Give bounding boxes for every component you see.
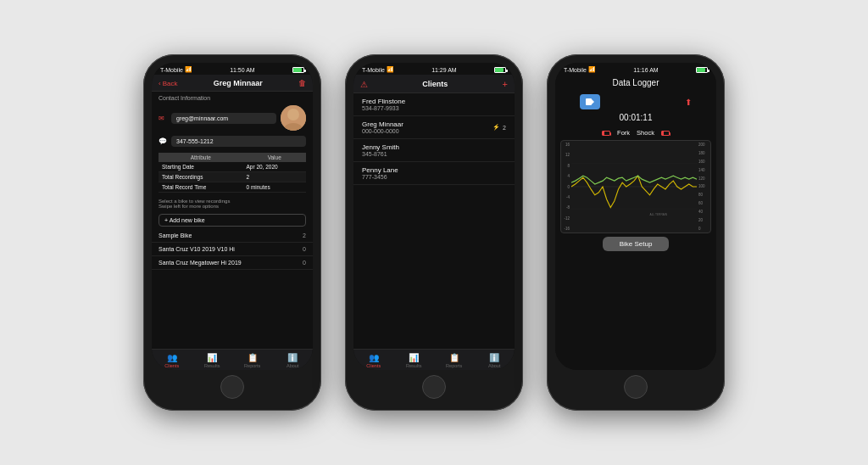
- y-label: 80: [698, 193, 703, 197]
- client-list-item[interactable]: Greg Minnaar 000-000-0000 ⚡ 2: [353, 116, 515, 139]
- fork-shock-row: Fork Shock: [555, 127, 716, 138]
- client-info: Greg Minnaar 000-000-0000: [362, 120, 403, 134]
- tab-about-2[interactable]: ℹ️ About: [475, 353, 515, 368]
- table-row: Total Recordings 2: [159, 172, 306, 182]
- scene: T-Mobile 📶 11:50 AM ‹ Back Greg Minnaar …: [126, 37, 742, 428]
- y-label: 200: [698, 143, 705, 147]
- reports-icon: 📋: [248, 353, 258, 362]
- y-label: 60: [698, 201, 703, 205]
- avatar: [281, 105, 306, 131]
- y-label: -16: [564, 227, 570, 231]
- attr-label: Starting Date: [159, 162, 242, 172]
- carrier-3: T-Mobile: [564, 67, 587, 73]
- chat-icon: 💬: [159, 137, 167, 145]
- results-icon-2: 📊: [409, 353, 419, 362]
- results-icon: 📊: [207, 353, 217, 362]
- alert-icon[interactable]: ⚠: [360, 80, 368, 89]
- table-row: Starting Date Apr 20, 2020: [159, 162, 306, 172]
- attributes-table: Attribute Value Starting Date Apr 20, 20…: [159, 153, 306, 193]
- y-label: 40: [698, 210, 703, 214]
- status-bar-1: T-Mobile 📶 11:50 AM: [152, 63, 313, 75]
- upload-icon[interactable]: ⬆: [685, 98, 692, 107]
- tab-reports-1[interactable]: 📋 Reports: [232, 353, 273, 368]
- battery-icon-2: [494, 67, 506, 73]
- y-label: 160: [698, 160, 705, 164]
- chart-area: ALL TERRAIN: [571, 141, 697, 232]
- y-axis-left: 16 12 8 4 0 -4 -8 -12 -16: [561, 141, 571, 232]
- email-icon: ✉: [159, 115, 167, 122]
- value-col-header: Value: [242, 153, 306, 162]
- wifi-icon-2: 📶: [387, 66, 394, 73]
- bike-setup-button[interactable]: Bike Setup: [603, 237, 670, 251]
- tab-reports-label-1: Reports: [244, 363, 260, 368]
- reports-icon-2: 📋: [449, 353, 459, 362]
- client-name: Fred Flinstone: [362, 98, 405, 105]
- status-left-2: T-Mobile 📶: [362, 66, 394, 73]
- time-2: 11:29 AM: [431, 67, 457, 73]
- timer-upload-row: ⬆: [571, 92, 700, 111]
- lightning-icon: ⚡: [492, 124, 500, 131]
- tab-about-1[interactable]: ℹ️ About: [273, 353, 314, 368]
- phone-1-screen: T-Mobile 📶 11:50 AM ‹ Back Greg Minnaar …: [152, 63, 313, 370]
- status-bar-3: T-Mobile 📶 11:16 AM: [555, 63, 716, 75]
- tab-clients-label-1: Clients: [164, 363, 179, 368]
- tab-reports-2[interactable]: 📋 Reports: [434, 353, 475, 368]
- delete-icon-1[interactable]: 🗑: [298, 79, 306, 87]
- client-list-item[interactable]: Penny Lane 777-3456: [353, 162, 515, 185]
- bike-name: Santa Cruz Megatower Hi 2019: [159, 260, 242, 266]
- status-bar-2: T-Mobile 📶 11:29 AM: [353, 63, 515, 75]
- chevron-left-icon: ‹: [159, 80, 161, 87]
- tab-results-2[interactable]: 📊 Results: [394, 353, 435, 368]
- client-name: Jenny Smith: [362, 143, 399, 151]
- shock-label: Shock: [637, 129, 654, 137]
- attr-value: Apr 20, 2020: [242, 162, 306, 172]
- phone-3: T-Mobile 📶 11:16 AM Data Logger: [547, 54, 725, 411]
- attr-value: 2: [242, 172, 306, 182]
- phone-row: 💬 347-555-1212: [152, 133, 313, 149]
- y-label: 0: [567, 185, 570, 189]
- about-icon: ℹ️: [287, 353, 298, 362]
- client-info: Jenny Smith 345-8761: [362, 143, 399, 157]
- clients-icon-2: 👥: [369, 353, 379, 362]
- screen-content-1: Contact Information ✉ greg@minnaar.com: [152, 92, 313, 349]
- y-label: 0: [698, 227, 701, 231]
- time-1: 11:50 AM: [230, 67, 255, 73]
- y-label: 12: [565, 153, 570, 157]
- home-button-1[interactable]: [220, 375, 244, 399]
- tab-clients-2[interactable]: 👥 Clients: [353, 353, 394, 368]
- carrier-2: T-Mobile: [362, 67, 385, 73]
- add-bike-button[interactable]: + Add new bike: [159, 214, 306, 227]
- tab-bar-1: 👥 Clients 📊 Results 📋 Reports ℹ️ About: [152, 349, 313, 370]
- bike-list-item[interactable]: Santa Cruz Megatower Hi 2019 0: [152, 256, 313, 270]
- fork-label: Fork: [617, 129, 630, 137]
- wifi-icon-1: 📶: [185, 66, 192, 73]
- clients-nav-title: Clients: [368, 80, 503, 88]
- client-name: Greg Minnaar: [362, 120, 403, 128]
- home-button-2[interactable]: [422, 375, 446, 399]
- wifi-icon-3: 📶: [588, 66, 596, 73]
- client-list-item[interactable]: Fred Flinstone 534-877-9933: [353, 93, 515, 116]
- about-icon-2: ℹ️: [489, 353, 499, 362]
- tab-about-label-2: About: [488, 363, 500, 368]
- back-button-1[interactable]: ‹ Back: [159, 80, 177, 87]
- status-right-2: [494, 67, 506, 73]
- home-button-3[interactable]: [624, 375, 648, 399]
- client-phone: 534-877-9933: [362, 105, 405, 111]
- y-label: 140: [698, 168, 705, 172]
- bike-list-item[interactable]: Santa Cruz V10 2019 V10 Hi 0: [152, 243, 313, 256]
- table-row: Total Record Time 0 minutes: [159, 182, 306, 193]
- bike-list-item[interactable]: Sample Bike 2: [152, 229, 313, 243]
- phone-3-screen: T-Mobile 📶 11:16 AM Data Logger: [555, 63, 716, 370]
- screen-content-2: Fred Flinstone 534-877-9933 Greg Minnaar…: [353, 93, 515, 349]
- y-label: -8: [566, 205, 570, 210]
- add-client-icon[interactable]: +: [503, 79, 508, 89]
- data-logger-title: Data Logger: [555, 75, 716, 89]
- client-list-item[interactable]: Jenny Smith 345-8761: [353, 139, 515, 162]
- tab-results-label-2: Results: [406, 363, 421, 368]
- record-button[interactable]: [580, 94, 600, 109]
- attr-label: Total Record Time: [159, 182, 242, 193]
- nav-title-1: Greg Minnaar: [177, 79, 298, 87]
- tab-results-1[interactable]: 📊 Results: [192, 353, 233, 368]
- y-label: 16: [565, 143, 570, 147]
- tab-clients-1[interactable]: 👥 Clients: [152, 353, 192, 368]
